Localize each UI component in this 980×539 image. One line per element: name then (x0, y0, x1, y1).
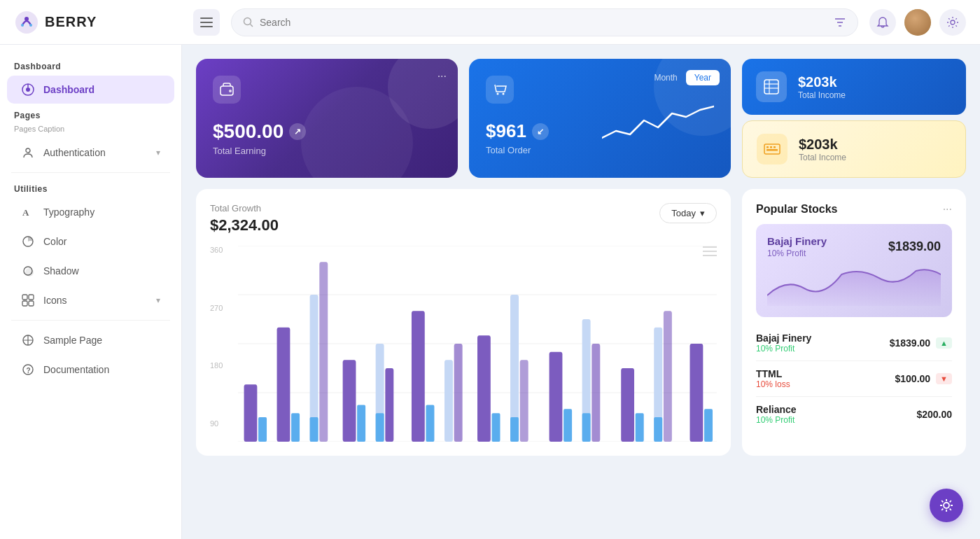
svg-rect-56 (343, 360, 356, 442)
svg-rect-32 (764, 80, 778, 94)
stock-bajaj-badge: ▲ (936, 337, 952, 349)
sidebar-item-auth-label: Authentication (43, 147, 106, 158)
stock-ttml-loss: 10% loss (756, 379, 790, 389)
notification-button[interactable] (869, 9, 896, 36)
svg-point-14 (26, 88, 30, 92)
tab-month[interactable]: Month (645, 70, 685, 85)
settings-button[interactable] (939, 9, 966, 36)
svg-rect-79 (654, 417, 662, 442)
svg-rect-71 (564, 409, 572, 442)
svg-rect-24 (29, 301, 34, 306)
search-icon (243, 17, 254, 28)
stock-reliance-info: Reliance 10% Profit (756, 404, 797, 425)
sample-page-icon (21, 333, 35, 347)
stock-feature-card: Bajaj Finery 10% Profit $1839.00 (756, 224, 952, 317)
avatar[interactable] (904, 9, 931, 36)
income-blue-amount: $203k (798, 74, 846, 90)
svg-rect-65 (477, 335, 491, 442)
bottom-row: Total Growth $2,324.00 Today ▾ (196, 189, 966, 456)
svg-point-20 (25, 268, 34, 276)
tab-year[interactable]: Year (686, 70, 720, 85)
income-blue-icon-box (756, 71, 787, 102)
fab-settings-icon (939, 498, 954, 513)
order-wave-chart (549, 79, 714, 152)
sidebar-item-shadow[interactable]: Shadow (7, 257, 174, 285)
income-yellow-text: $203k Total Income (799, 136, 846, 162)
stock-bajaj-price-area: $1839.00 ▲ (890, 337, 952, 349)
auth-icon (21, 146, 35, 160)
sidebar-item-dashboard[interactable]: Dashboard (7, 76, 174, 104)
svg-point-30 (497, 93, 499, 95)
earning-card-menu[interactable]: ··· (438, 70, 447, 83)
svg-rect-50 (258, 417, 267, 442)
svg-rect-4 (200, 18, 213, 19)
sidebar-section-pages: Pages (0, 105, 181, 123)
svg-point-1 (24, 17, 29, 21)
chart-title: Total Growth (210, 203, 279, 214)
icons-icon (21, 293, 35, 307)
sidebar-item-icons-label: Icons (43, 295, 66, 306)
earning-badge: ↗ (289, 123, 306, 140)
fab-button[interactable] (930, 489, 963, 522)
sidebar-item-shadow-label: Shadow (43, 265, 79, 276)
sidebar-item-documentation[interactable]: ? Documentation (7, 356, 174, 384)
order-icon-box (486, 76, 514, 104)
card-total-order: Month Year $961 (469, 59, 731, 178)
sidebar-item-typography[interactable]: A Typography (7, 198, 174, 226)
sidebar: Dashboard Dashboard Pages Pages Caption … (0, 45, 182, 539)
order-left: $961 ↙ Total Order (486, 76, 549, 155)
svg-rect-57 (357, 405, 365, 442)
content-area: ··· $500.00 ↗ Total Earning Month Year (182, 45, 980, 539)
search-input[interactable] (260, 17, 828, 28)
income-blue-text: $203k Total Income (798, 74, 846, 100)
sidebar-item-docs-label: Documentation (43, 364, 109, 375)
stock-bajaj-price: $1839.00 (890, 337, 930, 349)
chart-area: 360 270 180 90 (210, 246, 717, 442)
sidebar-item-typography-label: Typography (43, 206, 94, 218)
hamburger-button[interactable] (193, 9, 220, 36)
svg-rect-5 (200, 22, 213, 23)
earning-amount: $500.00 ↗ (213, 120, 441, 143)
chart-amount: $2,324.00 (210, 216, 279, 234)
svg-rect-61 (412, 311, 425, 442)
order-badge: ↙ (532, 123, 549, 140)
sidebar-item-icons[interactable]: Icons ▾ (7, 286, 174, 314)
stock-feature-name: Bajaj Finery (767, 235, 827, 247)
svg-point-7 (244, 18, 251, 24)
svg-rect-60 (376, 413, 384, 442)
svg-rect-81 (704, 409, 713, 442)
stock-bajaj-info: Bajaj Finery 10% Profit (756, 332, 811, 354)
search-filter-icon[interactable] (834, 17, 846, 28)
card-income-blue: $203k Total Income (742, 59, 966, 115)
stocks-title: Popular Stocks (756, 203, 837, 216)
income-blue-label: Total Income (798, 90, 846, 100)
wallet-icon (219, 82, 234, 97)
income-yellow-label: Total Income (799, 153, 846, 162)
svg-point-3 (29, 24, 32, 27)
gear-icon (946, 16, 959, 29)
svg-point-29 (229, 90, 232, 92)
svg-rect-73 (592, 344, 600, 442)
chart-svg (238, 246, 717, 442)
stocks-menu-icon[interactable]: ··· (943, 203, 952, 216)
sidebar-divider (11, 172, 170, 173)
chart-y-labels: 360 270 180 90 (210, 246, 228, 428)
svg-rect-69 (510, 417, 519, 442)
stock-ttml-info: TTML 10% loss (756, 368, 790, 389)
sidebar-item-color-label: Color (43, 236, 66, 247)
sidebar-item-color[interactable]: Color (7, 227, 174, 255)
stock-list-item-reliance: Reliance 10% Profit $200.00 (756, 397, 952, 432)
today-button[interactable]: Today ▾ (659, 203, 717, 223)
svg-rect-23 (22, 301, 27, 306)
topbar-right (869, 9, 966, 36)
svg-point-12 (951, 20, 955, 24)
sidebar-item-authentication[interactable]: Authentication ▾ (7, 139, 174, 167)
logo-icon (14, 10, 39, 35)
svg-rect-75 (621, 368, 634, 442)
card-income-yellow: $203k Total Income (742, 120, 966, 178)
dashboard-icon (21, 83, 35, 97)
svg-line-8 (251, 24, 253, 27)
sidebar-item-sample-page[interactable]: Sample Page (7, 326, 174, 354)
svg-point-16 (26, 148, 30, 153)
svg-rect-49 (244, 384, 258, 442)
